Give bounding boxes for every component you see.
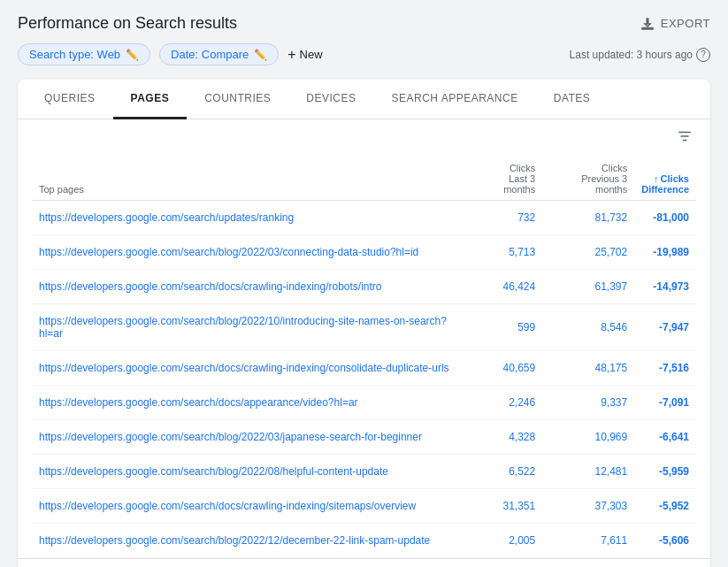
col-clicks-last: Clicks Last 3 months	[469, 157, 542, 201]
tab-search-appearance[interactable]: SEARCH APPEARANCE	[374, 80, 536, 119]
table-row: https://developers.google.com/search/doc…	[32, 489, 696, 524]
clicks-last-cell: 31,351	[469, 489, 542, 524]
table-row: https://developers.google.com/search/blo…	[32, 304, 696, 351]
page-title: Performance on Search results	[18, 14, 237, 33]
clicks-diff-cell: -81,000	[634, 201, 696, 235]
tab-dates[interactable]: DATES	[536, 80, 609, 119]
clicks-diff-cell: -5,606	[634, 524, 696, 558]
table-row: https://developers.google.com/search/doc…	[32, 386, 696, 420]
url-cell[interactable]: https://developers.google.com/search/blo…	[32, 235, 469, 270]
table-row: https://developers.google.com/search/doc…	[32, 270, 696, 304]
clicks-last-cell: 5,713	[469, 235, 542, 270]
sort-arrow-icon: ↑	[654, 173, 659, 184]
url-cell[interactable]: https://developers.google.com/search/blo…	[32, 455, 469, 489]
clicks-diff-cell: -5,952	[634, 489, 696, 524]
clicks-diff-cell: -19,989	[634, 235, 696, 270]
clicks-diff-cell: -7,091	[634, 386, 696, 420]
col-pages-label: Top pages	[32, 157, 469, 201]
info-icon: ?	[696, 48, 710, 62]
url-cell[interactable]: https://developers.google.com/search/upd…	[32, 201, 469, 235]
clicks-prev-cell: 25,702	[542, 235, 634, 270]
search-type-label: Search type: Web	[29, 48, 120, 61]
clicks-diff-cell: -7,516	[634, 351, 696, 386]
search-type-edit-icon: ✏️	[126, 49, 139, 61]
main-card: QUERIES PAGES COUNTRIES DEVICES SEARCH A…	[18, 80, 710, 567]
clicks-last-cell: 6,522	[469, 455, 542, 489]
col-clicks-prev: Clicks Previous 3 months	[542, 157, 634, 201]
date-edit-icon: ✏️	[254, 49, 267, 61]
date-filter[interactable]: Date: Compare ✏️	[159, 43, 279, 65]
tab-pages[interactable]: PAGES	[113, 80, 188, 119]
table-row: https://developers.google.com/search/doc…	[32, 351, 696, 386]
clicks-last-cell: 46,424	[469, 270, 542, 304]
clicks-prev-cell: 8,546	[542, 304, 634, 351]
date-label: Date: Compare	[171, 48, 249, 61]
table-row: https://developers.google.com/search/blo…	[32, 455, 696, 489]
table-row: https://developers.google.com/search/blo…	[32, 235, 696, 270]
clicks-prev-cell: 9,337	[542, 386, 634, 420]
filter-rows-button[interactable]	[677, 128, 693, 149]
export-icon	[640, 16, 655, 32]
tab-queries[interactable]: QUERIES	[27, 80, 113, 119]
url-cell[interactable]: https://developers.google.com/search/doc…	[32, 489, 469, 524]
table-row: https://developers.google.com/search/upd…	[32, 201, 696, 235]
pagination: Rows per page: 10 ▼ 1-10 of 1147 ‹ ›	[18, 558, 710, 567]
clicks-prev-cell: 10,969	[542, 420, 634, 455]
clicks-prev-cell: 7,611	[542, 524, 634, 558]
clicks-diff-cell: -6,641	[634, 420, 696, 455]
results-table: Top pages Clicks Last 3 months Clicks Pr…	[32, 157, 696, 558]
plus-icon: +	[287, 47, 295, 63]
table-section: Top pages Clicks Last 3 months Clicks Pr…	[18, 119, 710, 558]
clicks-prev-cell: 61,397	[542, 270, 634, 304]
clicks-last-cell: 599	[469, 304, 542, 351]
clicks-diff-cell: -7,947	[634, 304, 696, 351]
new-label: New	[300, 48, 323, 61]
tab-countries[interactable]: COUNTRIES	[187, 80, 288, 119]
url-cell[interactable]: https://developers.google.com/search/blo…	[32, 420, 469, 455]
new-filter-button[interactable]: + New	[287, 47, 322, 63]
tab-devices[interactable]: DEVICES	[288, 80, 373, 119]
url-cell[interactable]: https://developers.google.com/search/doc…	[32, 270, 469, 304]
tabs-bar: QUERIES PAGES COUNTRIES DEVICES SEARCH A…	[18, 80, 710, 119]
clicks-last-cell: 40,659	[469, 351, 542, 386]
last-updated: Last updated: 3 hours ago ?	[570, 48, 710, 62]
clicks-last-cell: 4,328	[469, 420, 542, 455]
col-clicks-diff[interactable]: ↑ Clicks Difference	[634, 157, 696, 201]
url-cell[interactable]: https://developers.google.com/search/doc…	[32, 386, 469, 420]
clicks-prev-cell: 37,303	[542, 489, 634, 524]
clicks-diff-cell: -14,973	[634, 270, 696, 304]
clicks-last-cell: 2,005	[469, 524, 542, 558]
clicks-last-cell: 732	[469, 201, 542, 235]
table-row: https://developers.google.com/search/blo…	[32, 420, 696, 455]
search-type-filter[interactable]: Search type: Web ✏️	[18, 43, 150, 65]
filter-icon	[677, 128, 693, 144]
export-button[interactable]: EXPORT	[640, 16, 710, 32]
clicks-last-cell: 2,246	[469, 386, 542, 420]
url-cell[interactable]: https://developers.google.com/search/doc…	[32, 351, 469, 386]
table-row: https://developers.google.com/search/blo…	[32, 524, 696, 558]
clicks-prev-cell: 12,481	[542, 455, 634, 489]
clicks-diff-cell: -5,959	[634, 455, 696, 489]
clicks-prev-cell: 81,732	[542, 201, 634, 235]
clicks-prev-cell: 48,175	[542, 351, 634, 386]
url-cell[interactable]: https://developers.google.com/search/blo…	[32, 304, 469, 351]
filters-bar: Search type: Web ✏️ Date: Compare ✏️ + N…	[18, 43, 710, 65]
url-cell[interactable]: https://developers.google.com/search/blo…	[32, 524, 469, 558]
export-label: EXPORT	[661, 17, 710, 30]
